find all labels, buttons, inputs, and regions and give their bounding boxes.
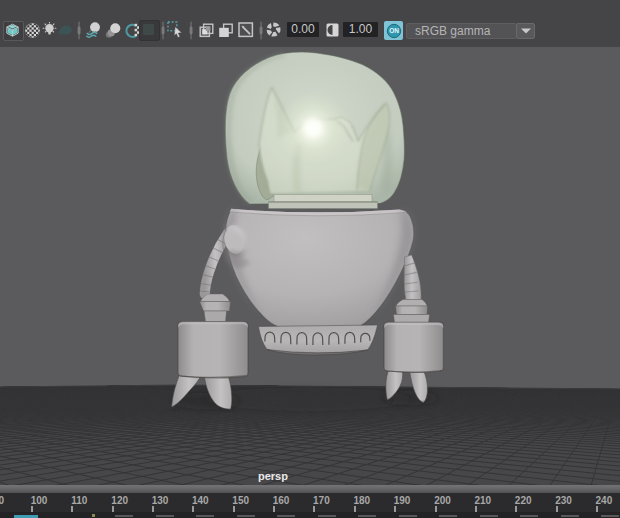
svg-text:persp: persp	[258, 470, 288, 482]
svg-text:ON: ON	[389, 27, 399, 34]
